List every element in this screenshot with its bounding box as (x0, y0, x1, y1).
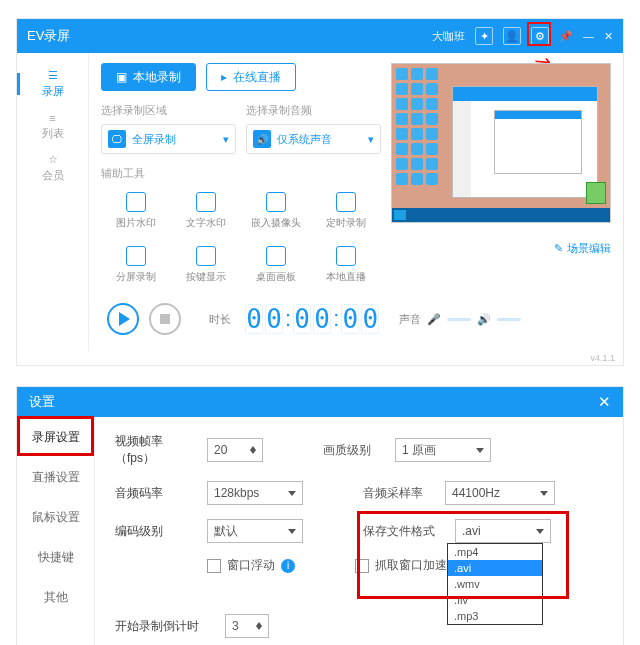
play-button[interactable] (107, 303, 139, 335)
list-icon: ≡ (49, 112, 55, 124)
tool-draw[interactable]: 桌面画板 (241, 241, 311, 289)
desktop-icons (396, 68, 450, 185)
fps-label: 视频帧率（fps） (115, 433, 197, 467)
user-icon[interactable]: 👤 (503, 27, 521, 45)
fmt-select[interactable]: .avi (455, 519, 551, 543)
abr-label: 音频码率 (115, 485, 197, 502)
mode-live[interactable]: ▸ 在线直播 (206, 63, 296, 91)
close-icon[interactable]: ✕ (598, 393, 611, 411)
star-icon: ☆ (48, 153, 58, 166)
capture-checkbox[interactable] (355, 559, 369, 573)
tool-keys[interactable]: 按键显示 (171, 241, 241, 289)
asr-select[interactable]: 44100Hz (445, 481, 555, 505)
mode-local[interactable]: ▣ 本地录制 (101, 63, 196, 91)
enc-select[interactable]: 默认 (207, 519, 303, 543)
mini-window-2 (494, 110, 582, 174)
countdown-label: 开始录制倒计时 (115, 618, 215, 635)
tool-split[interactable]: 分屏录制 (101, 241, 171, 289)
fmt-label: 保存文件格式 (363, 523, 445, 540)
controls-bar: 时长 00 : 00 : 00 声音 🎤 🔊 (101, 299, 611, 343)
video-source-label: 选择录制区域 (101, 103, 236, 118)
sidebar: ☰ 录屏 ≡ 列表 ☆ 会员 (17, 53, 89, 351)
speaker-icon[interactable]: 🔊 (477, 313, 491, 326)
quality-label: 画质级别 (323, 442, 385, 459)
edit-icon: ✎ (554, 242, 563, 255)
vip-icon[interactable]: ✦ (475, 27, 493, 45)
taskbar (392, 208, 610, 222)
timer-display: 00 : 00 : 00 (245, 304, 379, 334)
settings-form: 视频帧率（fps） 20 画质级别 1 原画 音频码率 (95, 417, 623, 645)
app-title: EV录屏 (27, 27, 432, 45)
tab-live[interactable]: 直播设置 (17, 457, 94, 497)
capture-label: 抓取窗口加速 (375, 557, 447, 574)
titlebar: EV录屏 大咖班 ✦ 👤 ⚙ 📌 — ✕ ↘ (17, 19, 623, 53)
preview-area (391, 63, 611, 223)
mic-icon[interactable]: 🎤 (427, 313, 441, 326)
fmt-option[interactable]: .flv (448, 592, 542, 608)
fmt-option[interactable]: .wmv (448, 576, 542, 592)
audio-source-label: 选择录制音频 (246, 103, 381, 118)
version-label: v4.1.1 (17, 351, 623, 365)
chevron-down-icon: ▾ (368, 133, 374, 146)
settings-titlebar: 设置 ✕ (17, 387, 623, 417)
video-source-select[interactable]: 🖵 全屏录制 ▾ (101, 124, 236, 154)
settings-tabs: 录屏设置 直播设置 鼠标设置 快捷键 其他 (17, 417, 95, 645)
asr-label: 音频采样率 (363, 485, 435, 502)
time-label: 时长 (209, 312, 231, 327)
tool-local-live[interactable]: 本地直播 (311, 241, 381, 289)
fmt-option[interactable]: .mp4 (448, 544, 542, 560)
annotation-box (527, 22, 551, 46)
record-icon: ☰ (48, 69, 58, 82)
tool-text-watermark[interactable]: 文字水印 (171, 187, 241, 235)
float-label: 窗口浮动 (227, 557, 275, 574)
enc-label: 编码级别 (115, 523, 197, 540)
monitor-icon: 🖵 (108, 130, 126, 148)
fmt-option-selected[interactable]: .avi (448, 560, 542, 576)
countdown-input[interactable]: 3 (225, 614, 269, 638)
close-icon[interactable]: ✕ (604, 30, 613, 43)
sidebar-item-list[interactable]: ≡ 列表 (17, 105, 88, 147)
abr-select[interactable]: 128kbps (207, 481, 303, 505)
fmt-option[interactable]: .mp3 (448, 608, 542, 624)
audio-source-select[interactable]: 🔊 仅系统声音 ▾ (246, 124, 381, 154)
tab-record[interactable]: 录屏设置 (17, 417, 94, 457)
float-checkbox[interactable] (207, 559, 221, 573)
speaker-slider[interactable] (497, 318, 521, 321)
live-icon: ▸ (221, 70, 227, 84)
scene-edit-link[interactable]: ✎ 场景编辑 (391, 241, 611, 256)
tools-grid: 图片水印 文字水印 嵌入摄像头 定时录制 分屏录制 按键显示 桌面画板 本地直播 (101, 187, 381, 289)
tools-label: 辅助工具 (101, 166, 381, 181)
fmt-dropdown-open[interactable]: .mp4 .avi .wmv .flv .mp3 (447, 543, 543, 625)
sidebar-item-record[interactable]: ☰ 录屏 (17, 63, 88, 105)
camera-icon: ▣ (116, 70, 127, 84)
settings-title: 设置 (29, 393, 55, 411)
chevron-down-icon: ▾ (223, 133, 229, 146)
sticky-note-icon (586, 182, 606, 204)
play-icon (119, 312, 130, 326)
app-window: EV录屏 大咖班 ✦ 👤 ⚙ 📌 — ✕ ↘ ☰ 录屏 ≡ 列表 ☆ 会员 (16, 18, 624, 366)
tool-image-watermark[interactable]: 图片水印 (101, 187, 171, 235)
pin-icon[interactable]: 📌 (559, 30, 573, 43)
tab-other[interactable]: 其他 (17, 577, 94, 617)
info-icon[interactable]: i (281, 559, 295, 573)
sidebar-item-member[interactable]: ☆ 会员 (17, 147, 88, 189)
header-link[interactable]: 大咖班 (432, 29, 465, 44)
tab-shortcut[interactable]: 快捷键 (17, 537, 94, 577)
fps-input[interactable]: 20 (207, 438, 263, 462)
speaker-icon: 🔊 (253, 130, 271, 148)
tool-camera[interactable]: 嵌入摄像头 (241, 187, 311, 235)
tab-mouse[interactable]: 鼠标设置 (17, 497, 94, 537)
main-panel: ▣ 本地录制 ▸ 在线直播 选择录制区域 🖵 (89, 53, 623, 351)
quality-select[interactable]: 1 原画 (395, 438, 491, 462)
settings-window: 设置 ✕ 录屏设置 直播设置 鼠标设置 快捷键 其他 视频帧率（fps） 20 (16, 386, 624, 645)
stop-button[interactable] (149, 303, 181, 335)
stop-icon (160, 314, 170, 324)
tool-timer[interactable]: 定时录制 (311, 187, 381, 235)
minimize-icon[interactable]: — (583, 30, 594, 42)
chevron-down-icon (476, 448, 484, 453)
mic-slider[interactable] (447, 318, 471, 321)
sound-label: 声音 (399, 312, 421, 327)
